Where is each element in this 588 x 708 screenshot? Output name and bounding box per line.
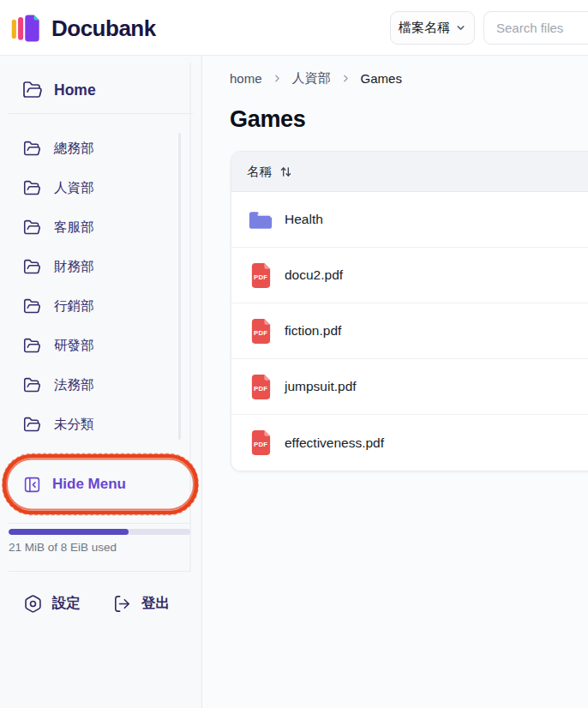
- breadcrumb-chevron-icon: [340, 73, 351, 84]
- sidebar-folder-item[interactable]: 人資部: [0, 168, 180, 207]
- sidebar-folder-label: 人資部: [54, 179, 94, 197]
- svg-text:PDF: PDF: [254, 329, 267, 337]
- sidebar-folder-item[interactable]: 財務部: [0, 247, 180, 286]
- table-row[interactable]: PDF docu2.pdf: [231, 248, 588, 303]
- settings-label: 設定: [52, 594, 81, 613]
- folder-open-icon: [23, 297, 41, 315]
- breadcrumb-home[interactable]: home: [230, 71, 262, 86]
- sidebar-folder-item[interactable]: 法務部: [0, 365, 180, 405]
- hide-menu-label: Hide Menu: [52, 476, 126, 493]
- svg-text:PDF: PDF: [254, 385, 267, 393]
- sidebar-footer: 設定 登出: [0, 585, 202, 621]
- main-content: home 人資部 Games Games 名稱 Health: [202, 56, 588, 708]
- sidebar-folder-label: 客服部: [54, 219, 94, 237]
- sidebar-divider: [9, 523, 190, 524]
- folder-open-icon: [23, 337, 41, 355]
- table-row[interactable]: PDF fiction.pdf: [231, 303, 588, 359]
- folder-open-icon: [23, 376, 41, 394]
- sidebar-folder-label: 研發部: [54, 337, 94, 355]
- table-row[interactable]: Health: [231, 192, 588, 248]
- file-name: fiction.pdf: [285, 323, 341, 339]
- sidebar-folder-item[interactable]: 研發部: [0, 326, 180, 365]
- name-column-header[interactable]: 名稱: [247, 164, 272, 180]
- sidebar-folder-item[interactable]: 客服部: [0, 207, 180, 247]
- page-title: Games: [230, 106, 306, 133]
- sidebar-inner-divider: [189, 63, 191, 572]
- svg-text:PDF: PDF: [254, 441, 267, 448]
- sidebar-folder-label: 法務部: [54, 376, 94, 394]
- folder-open-icon: [23, 219, 41, 237]
- breadcrumb-chevron-icon: [272, 73, 283, 84]
- sidebar-divider: [9, 571, 190, 572]
- hide-menu-button[interactable]: Hide Menu: [0, 465, 189, 503]
- logout-button[interactable]: 登出: [112, 585, 170, 621]
- sidebar-home-label: Home: [54, 81, 96, 99]
- pdf-file-icon: PDF: [248, 318, 273, 345]
- folder-open-icon: [23, 258, 41, 276]
- app-title: Docubank: [51, 15, 156, 42]
- file-name-filter-dropdown[interactable]: 檔案名稱: [390, 11, 475, 45]
- breadcrumb-current: Games: [361, 71, 402, 86]
- storage-usage-text: 21 MiB of 8 EiB used: [9, 541, 117, 554]
- folder-open-icon: [23, 140, 41, 158]
- folder-icon: [248, 208, 273, 231]
- sidebar-divider: [9, 113, 193, 114]
- table-row[interactable]: PDF jumpsuit.pdf: [231, 359, 588, 415]
- search-input[interactable]: [483, 11, 588, 45]
- file-table: 名稱 Health PDF docu2.pdf: [231, 151, 588, 471]
- logout-icon: [112, 594, 132, 614]
- pdf-file-icon: PDF: [248, 374, 273, 400]
- file-name: docu2.pdf: [285, 267, 343, 283]
- sidebar: Home 總務部 人資部 客服部 財務部 行銷部: [0, 56, 202, 708]
- folder-open-icon: [23, 179, 41, 197]
- sidebar-item-home[interactable]: Home: [22, 71, 96, 109]
- storage-progress-bar: [9, 529, 190, 535]
- sidebar-folder-list: 總務部 人資部 客服部 財務部 行銷部 研發部 法務部: [0, 129, 180, 444]
- pdf-file-icon: PDF: [248, 429, 273, 456]
- pdf-file-icon: PDF: [248, 262, 273, 289]
- logo-icon: [10, 10, 43, 46]
- breadcrumb-folder[interactable]: 人資部: [292, 70, 331, 87]
- sidebar-folder-label: 行銷部: [54, 297, 94, 315]
- top-header: Docubank 檔案名稱: [0, 0, 588, 56]
- chevron-down-icon: [455, 22, 466, 33]
- table-row[interactable]: PDF effectiveness.pdf: [231, 415, 588, 471]
- storage-progress-fill: [9, 529, 129, 535]
- app-logo[interactable]: Docubank: [10, 10, 156, 46]
- folder-open-icon: [22, 80, 43, 100]
- table-body: Health PDF docu2.pdf PDF fiction.pdf: [231, 192, 588, 471]
- file-name: jumpsuit.pdf: [285, 379, 357, 394]
- sidebar-folder-item[interactable]: 行銷部: [0, 286, 180, 326]
- sidebar-folder-label: 未分類: [54, 416, 94, 434]
- svg-text:PDF: PDF: [254, 273, 267, 281]
- folder-open-icon: [23, 416, 41, 434]
- file-name: effectiveness.pdf: [285, 435, 384, 451]
- settings-button[interactable]: 設定: [23, 585, 81, 621]
- gear-icon: [23, 594, 43, 614]
- filter-dropdown-label: 檔案名稱: [399, 20, 450, 36]
- sidebar-scrollbar[interactable]: [178, 133, 181, 440]
- breadcrumb: home 人資部 Games: [230, 70, 402, 87]
- table-header-row: 名稱: [231, 152, 588, 192]
- panel-collapse-icon: [23, 476, 41, 494]
- sort-icon[interactable]: [279, 165, 292, 178]
- file-name: Health: [285, 212, 323, 227]
- sidebar-folder-label: 總務部: [54, 140, 94, 158]
- logout-label: 登出: [141, 594, 170, 613]
- sidebar-folder-item[interactable]: 未分類: [0, 405, 180, 444]
- sidebar-folder-label: 財務部: [54, 258, 94, 276]
- sidebar-folder-item[interactable]: 總務部: [0, 129, 180, 168]
